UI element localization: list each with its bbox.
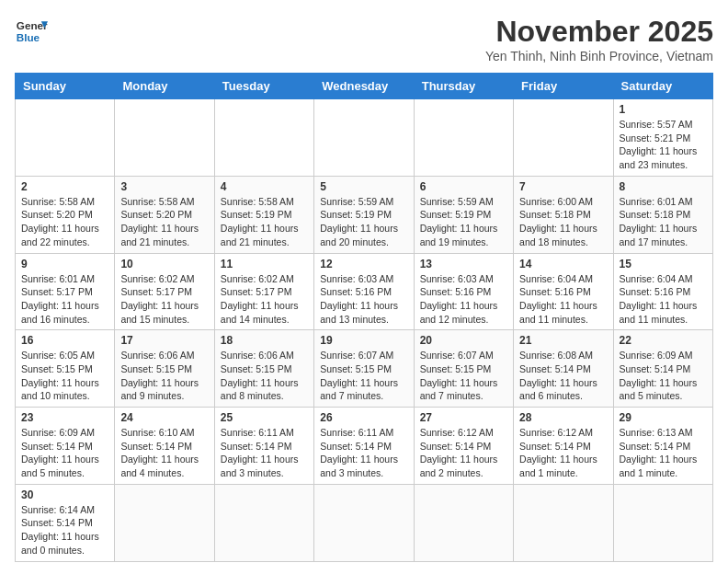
- calendar-cell: 25Sunrise: 6:11 AM Sunset: 5:14 PM Dayli…: [214, 408, 313, 485]
- calendar-cell: 6Sunrise: 5:59 AM Sunset: 5:19 PM Daylig…: [414, 176, 513, 253]
- cell-content: Sunrise: 6:03 AM Sunset: 5:16 PM Dayligh…: [420, 272, 507, 327]
- cell-content: Sunrise: 5:58 AM Sunset: 5:19 PM Dayligh…: [221, 195, 308, 249]
- day-number: 8: [620, 180, 707, 193]
- day-number: 6: [420, 180, 507, 193]
- day-number: 25: [221, 411, 308, 424]
- calendar-cell: 9Sunrise: 6:01 AM Sunset: 5:17 PM Daylig…: [16, 253, 115, 330]
- cell-content: Sunrise: 6:10 AM Sunset: 5:14 PM Dayligh…: [120, 426, 208, 480]
- calendar-cell: 16Sunrise: 6:05 AM Sunset: 5:15 PM Dayli…: [16, 330, 115, 408]
- cell-content: Sunrise: 5:58 AM Sunset: 5:20 PM Dayligh…: [21, 195, 108, 249]
- day-number: 11: [221, 258, 308, 270]
- day-number: 15: [620, 258, 707, 270]
- calendar-cell: 20Sunrise: 6:07 AM Sunset: 5:15 PM Dayli…: [414, 330, 513, 408]
- day-number: 17: [120, 334, 208, 347]
- cell-content: Sunrise: 6:05 AM Sunset: 5:15 PM Dayligh…: [21, 349, 108, 403]
- cell-content: Sunrise: 5:59 AM Sunset: 5:19 PM Dayligh…: [420, 195, 507, 249]
- calendar-cell: 26Sunrise: 6:11 AM Sunset: 5:14 PM Dayli…: [314, 408, 414, 485]
- day-number: 13: [420, 258, 507, 270]
- cell-content: Sunrise: 6:13 AM Sunset: 5:14 PM Dayligh…: [620, 426, 707, 480]
- calendar-cell: 10Sunrise: 6:02 AM Sunset: 5:17 PM Dayli…: [115, 253, 214, 330]
- day-number: 28: [519, 411, 607, 424]
- day-number: 9: [21, 258, 108, 270]
- calendar-cell: [16, 99, 115, 177]
- day-number: 22: [620, 334, 707, 347]
- day-header-thursday: Thursday: [414, 74, 513, 99]
- calendar-cell: 28Sunrise: 6:12 AM Sunset: 5:14 PM Dayli…: [514, 408, 613, 485]
- day-header-tuesday: Tuesday: [214, 74, 313, 99]
- day-number: 20: [420, 334, 507, 347]
- calendar-header-row: SundayMondayTuesdayWednesdayThursdayFrid…: [16, 74, 713, 99]
- calendar-cell: 24Sunrise: 6:10 AM Sunset: 5:14 PM Dayli…: [115, 408, 214, 485]
- calendar-cell: 21Sunrise: 6:08 AM Sunset: 5:14 PM Dayli…: [514, 330, 613, 408]
- day-number: 23: [21, 411, 108, 424]
- day-number: 30: [21, 488, 108, 501]
- calendar-cell: [514, 99, 613, 177]
- cell-content: Sunrise: 6:07 AM Sunset: 5:15 PM Dayligh…: [320, 349, 407, 403]
- cell-content: Sunrise: 6:04 AM Sunset: 5:16 PM Dayligh…: [519, 272, 607, 327]
- day-number: 5: [320, 180, 407, 193]
- calendar-cell: 29Sunrise: 6:13 AM Sunset: 5:14 PM Dayli…: [613, 408, 712, 485]
- cell-content: Sunrise: 6:00 AM Sunset: 5:18 PM Dayligh…: [519, 195, 607, 249]
- calendar-cell: [115, 99, 214, 177]
- cell-content: Sunrise: 6:11 AM Sunset: 5:14 PM Dayligh…: [320, 426, 407, 480]
- day-header-friday: Friday: [514, 74, 613, 99]
- calendar-week-row: 9Sunrise: 6:01 AM Sunset: 5:17 PM Daylig…: [16, 253, 713, 330]
- day-number: 21: [519, 334, 607, 347]
- cell-content: Sunrise: 6:04 AM Sunset: 5:16 PM Dayligh…: [620, 272, 707, 327]
- cell-content: Sunrise: 6:06 AM Sunset: 5:15 PM Dayligh…: [221, 349, 308, 403]
- logo-icon: General Blue: [15, 15, 48, 48]
- calendar-week-row: 23Sunrise: 6:09 AM Sunset: 5:14 PM Dayli…: [16, 408, 713, 485]
- calendar-cell: 7Sunrise: 6:00 AM Sunset: 5:18 PM Daylig…: [514, 176, 613, 253]
- calendar-cell: [314, 99, 414, 177]
- calendar-cell: [314, 484, 414, 561]
- calendar-cell: [514, 484, 613, 561]
- cell-content: Sunrise: 6:12 AM Sunset: 5:14 PM Dayligh…: [420, 426, 507, 480]
- calendar-cell: 22Sunrise: 6:09 AM Sunset: 5:14 PM Dayli…: [613, 330, 712, 408]
- calendar-table: SundayMondayTuesdayWednesdayThursdayFrid…: [15, 73, 713, 562]
- calendar-week-row: 1Sunrise: 5:57 AM Sunset: 5:21 PM Daylig…: [16, 99, 713, 177]
- calendar-week-row: 2Sunrise: 5:58 AM Sunset: 5:20 PM Daylig…: [16, 176, 713, 253]
- calendar-cell: [613, 484, 712, 561]
- cell-content: Sunrise: 6:09 AM Sunset: 5:14 PM Dayligh…: [620, 349, 707, 403]
- day-number: 3: [120, 180, 208, 193]
- cell-content: Sunrise: 6:06 AM Sunset: 5:15 PM Dayligh…: [120, 349, 208, 403]
- calendar-week-row: 30Sunrise: 6:14 AM Sunset: 5:14 PM Dayli…: [16, 484, 713, 561]
- calendar-cell: [414, 484, 513, 561]
- cell-content: Sunrise: 6:01 AM Sunset: 5:17 PM Dayligh…: [21, 272, 108, 327]
- calendar-cell: [414, 99, 513, 177]
- day-number: 26: [320, 411, 407, 424]
- cell-content: Sunrise: 6:07 AM Sunset: 5:15 PM Dayligh…: [420, 349, 507, 403]
- svg-text:Blue: Blue: [17, 31, 40, 43]
- calendar-cell: 17Sunrise: 6:06 AM Sunset: 5:15 PM Dayli…: [115, 330, 214, 408]
- day-number: 12: [320, 258, 407, 270]
- calendar-cell: 23Sunrise: 6:09 AM Sunset: 5:14 PM Dayli…: [16, 408, 115, 485]
- day-number: 14: [519, 258, 607, 270]
- day-number: 24: [120, 411, 208, 424]
- calendar-cell: 15Sunrise: 6:04 AM Sunset: 5:16 PM Dayli…: [613, 253, 712, 330]
- day-number: 29: [620, 411, 707, 424]
- day-header-saturday: Saturday: [613, 74, 712, 99]
- calendar-cell: [214, 484, 313, 561]
- cell-content: Sunrise: 6:02 AM Sunset: 5:17 PM Dayligh…: [221, 272, 308, 327]
- cell-content: Sunrise: 6:02 AM Sunset: 5:17 PM Dayligh…: [120, 272, 208, 327]
- calendar-week-row: 16Sunrise: 6:05 AM Sunset: 5:15 PM Dayli…: [16, 330, 713, 408]
- day-number: 7: [519, 180, 607, 193]
- cell-content: Sunrise: 6:14 AM Sunset: 5:14 PM Dayligh…: [21, 503, 108, 557]
- calendar-cell: 12Sunrise: 6:03 AM Sunset: 5:16 PM Dayli…: [314, 253, 414, 330]
- calendar-cell: 5Sunrise: 5:59 AM Sunset: 5:19 PM Daylig…: [314, 176, 414, 253]
- calendar-cell: 8Sunrise: 6:01 AM Sunset: 5:18 PM Daylig…: [613, 176, 712, 253]
- day-number: 27: [420, 411, 507, 424]
- day-number: 4: [221, 180, 308, 193]
- cell-content: Sunrise: 6:03 AM Sunset: 5:16 PM Dayligh…: [320, 272, 407, 327]
- cell-content: Sunrise: 5:59 AM Sunset: 5:19 PM Dayligh…: [320, 195, 407, 249]
- calendar-cell: 4Sunrise: 5:58 AM Sunset: 5:19 PM Daylig…: [214, 176, 313, 253]
- calendar-cell: [115, 484, 214, 561]
- calendar-cell: 3Sunrise: 5:58 AM Sunset: 5:20 PM Daylig…: [115, 176, 214, 253]
- calendar-cell: [214, 99, 313, 177]
- day-number: 16: [21, 334, 108, 347]
- cell-content: Sunrise: 6:11 AM Sunset: 5:14 PM Dayligh…: [221, 426, 308, 480]
- calendar-cell: 2Sunrise: 5:58 AM Sunset: 5:20 PM Daylig…: [16, 176, 115, 253]
- cell-content: Sunrise: 6:12 AM Sunset: 5:14 PM Dayligh…: [519, 426, 607, 480]
- page-header: General Blue November 2025 Yen Thinh, Ni…: [15, 15, 713, 63]
- logo: General Blue: [15, 15, 48, 48]
